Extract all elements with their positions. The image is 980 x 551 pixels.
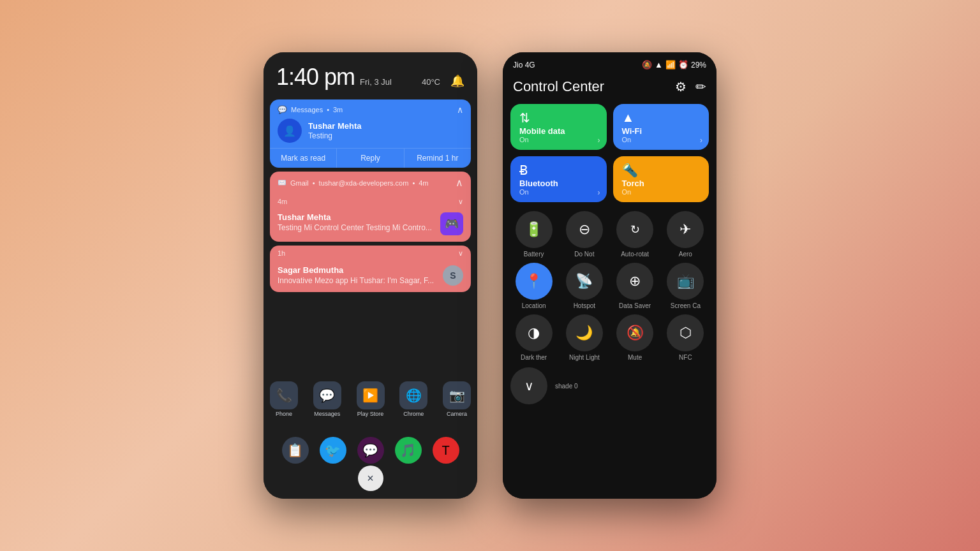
- bluetooth-icon: Ƀ: [519, 163, 528, 178]
- location-label: Location: [522, 302, 546, 309]
- control-center-title: Control Center: [513, 78, 604, 95]
- airplane-label: Aero: [679, 251, 692, 258]
- dock-icon-2[interactable]: 🐦: [320, 437, 346, 464]
- wifi-tile-icon: ▲: [622, 110, 635, 125]
- sagar-notification[interactable]: 1h ∨ Sagar Bedmutha Innovative Mezo app …: [270, 246, 471, 292]
- sagar-chevron-icon[interactable]: ∨: [458, 249, 463, 258]
- email-thumbnail: 🎮: [440, 212, 463, 235]
- hotspot-label: Hotspot: [574, 302, 595, 309]
- wifi-status-icon: ▲: [655, 60, 663, 70]
- dark-theme-icon: ◑: [516, 314, 553, 351]
- bluetooth-status: On: [519, 188, 598, 196]
- phone-app-icon[interactable]: 📞: [270, 381, 298, 409]
- dock-icon-4[interactable]: 🎵: [395, 437, 422, 464]
- tile-row-1: ⇅ Mobile data On › ▲ Wi-Fi On: [510, 104, 709, 150]
- wifi-tile[interactable]: ▲ Wi-Fi On ›: [613, 104, 709, 150]
- nfc-item[interactable]: ⬡ NFC: [662, 314, 709, 361]
- quick-tiles: ⇅ Mobile data On › ▲ Wi-Fi On: [503, 104, 716, 202]
- gmail-email: tushar@xda-developers.com: [319, 179, 409, 187]
- expand-button[interactable]: ∨: [510, 367, 547, 404]
- notification-actions: Mark as read Reply Remind 1 hr: [270, 148, 471, 168]
- mute-item[interactable]: 🔕 Mute: [612, 314, 658, 361]
- chrome-app-icon[interactable]: 🌐: [399, 381, 427, 409]
- mobile-data-arrow-icon: ›: [598, 136, 600, 145]
- bluetooth-label: Bluetooth: [519, 179, 598, 188]
- torch-tile[interactable]: 🔦 Torch On: [613, 156, 709, 202]
- bluetooth-arrow-icon: ›: [598, 188, 600, 197]
- dock-icon-3[interactable]: 💬: [357, 437, 384, 464]
- auto-rotate-icon: ↻: [616, 211, 653, 248]
- time-display: 1:40 pm: [276, 64, 355, 91]
- gmail-chevron-icon[interactable]: ∧: [456, 177, 463, 189]
- sender-name: Tushar Mehta: [308, 121, 463, 131]
- edit-icon[interactable]: ✏: [695, 79, 706, 94]
- dnd-label: Do Not: [574, 251, 594, 258]
- email-chevron-icon[interactable]: ∨: [458, 198, 463, 206]
- dock-icon-5[interactable]: T: [433, 437, 459, 464]
- gmail-app: Gmail: [290, 179, 309, 187]
- night-light-icon: 🌙: [566, 314, 603, 351]
- gmail-notification[interactable]: ✉️ Gmail • tushar@xda-developers.com • 4…: [270, 172, 471, 242]
- settings-icon[interactable]: ⚙: [675, 79, 687, 94]
- alarm-icon: ⏰: [678, 60, 688, 70]
- torch-status: On: [622, 188, 701, 196]
- dock-icon-1[interactable]: 📋: [282, 437, 309, 464]
- mobile-data-tile[interactable]: ⇅ Mobile data On ›: [510, 104, 607, 150]
- messages-notification[interactable]: 💬 Messages • 3m ∧ 👤 Tushar Mehta Testing…: [270, 99, 471, 168]
- do-not-disturb-item[interactable]: ⊖ Do Not: [561, 211, 607, 258]
- playstore-app-icon[interactable]: ▶️: [357, 381, 385, 409]
- data-saver-item[interactable]: ⊕ Data Saver: [612, 263, 658, 309]
- messages-app-icon-dock[interactable]: 💬: [313, 381, 341, 409]
- wifi-label: Wi-Fi: [622, 126, 701, 136]
- silent-icon: 🔕: [642, 60, 652, 70]
- battery-saver-icon: 🔋: [516, 211, 553, 248]
- auto-rotate-item[interactable]: ↻ Auto-rotat: [612, 211, 658, 258]
- mute-label: Mute: [628, 354, 642, 361]
- wifi-status: On: [622, 136, 701, 143]
- gmail-icon: ✉️: [278, 179, 286, 187]
- dark-theme-item[interactable]: ◑ Dark ther: [510, 314, 557, 361]
- messages-chevron-icon[interactable]: ∧: [457, 105, 463, 115]
- night-light-item[interactable]: 🌙 Night Light: [561, 314, 607, 361]
- left-phone: 1:40 pm Fri, 3 Jul 40°C 🔔 💬 Messages • 3…: [264, 52, 477, 499]
- mute-icon: 🔕: [616, 314, 653, 351]
- hotspot-icon: 📡: [566, 263, 603, 300]
- expand-label: shade 0: [555, 383, 578, 390]
- phone-app-label: Phone: [276, 411, 292, 417]
- remind-button[interactable]: Remind 1 hr: [405, 149, 471, 168]
- camera-app-label: Camera: [447, 411, 467, 417]
- time-bar: 1:40 pm Fri, 3 Jul 40°C 🔔: [264, 52, 477, 96]
- bluetooth-tile[interactable]: Ƀ Bluetooth On ›: [510, 156, 607, 202]
- dock-row: 📋 🐦 💬 🎵 T: [264, 437, 477, 464]
- hotspot-item[interactable]: 📡 Hotspot: [561, 263, 607, 309]
- sagar-time-ago: 1h: [278, 249, 285, 258]
- data-saver-icon: ⊕: [616, 263, 653, 300]
- icon-grid: 🔋 Battery ⊖ Do Not ↻ Auto-rotat ✈ Aero 📍…: [503, 209, 716, 364]
- expand-row: ∨ shade 0: [503, 364, 716, 404]
- signal-icon: 📶: [665, 60, 676, 70]
- dark-theme-label: Dark ther: [521, 354, 547, 361]
- status-bar: Jio 4G 🔕 ▲ 📶 ⏰ 29%: [503, 52, 716, 73]
- mobile-data-status: On: [519, 136, 598, 143]
- bell-icon: 🔔: [450, 74, 464, 88]
- screen-cast-item[interactable]: 📺 Screen Ca: [662, 263, 709, 309]
- wifi-arrow-icon: ›: [700, 136, 702, 145]
- bottom-app-row: 📞 Phone 💬 Messages ▶️ Play Store 🌐 Chrom…: [264, 376, 477, 422]
- reply-button[interactable]: Reply: [337, 149, 404, 168]
- date-display: Fri, 3 Jul: [360, 77, 392, 87]
- mobile-data-label: Mobile data: [519, 126, 598, 136]
- close-button[interactable]: ×: [358, 466, 383, 491]
- airplane-item[interactable]: ✈ Aero: [662, 211, 709, 258]
- location-item[interactable]: 📍 Location: [510, 263, 557, 309]
- right-phone: Jio 4G 🔕 ▲ 📶 ⏰ 29% Control Center ⚙ ✏: [503, 52, 716, 499]
- battery-saver-item[interactable]: 🔋 Battery: [510, 211, 557, 258]
- nfc-icon: ⬡: [667, 314, 704, 351]
- camera-app-icon[interactable]: 📷: [443, 381, 471, 409]
- playstore-app-label: Play Store: [357, 411, 384, 417]
- email-time-ago: 4m: [278, 198, 287, 206]
- sagar-preview: Innovative Mezo app Hi Tushar: I'm Sagar…: [278, 276, 443, 285]
- sagar-avatar: S: [443, 265, 463, 286]
- sagar-sender: Sagar Bedmutha: [278, 265, 443, 275]
- messages-app-label: Messages: [314, 411, 340, 417]
- mark-as-read-button[interactable]: Mark as read: [270, 149, 337, 168]
